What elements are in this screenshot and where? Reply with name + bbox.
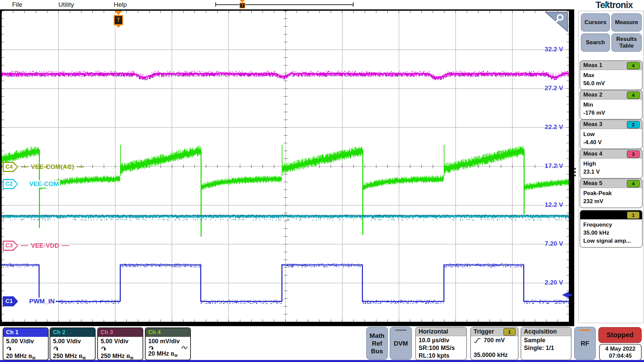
datetime-display: 4 May 2022 07:04:45 (599, 344, 642, 361)
meas-3-value: -4.40 V (583, 138, 639, 146)
probe-icon (148, 345, 154, 350)
c3-label: VEE-VDD (31, 242, 59, 249)
ch1-scale: 5.00 V/div (6, 338, 45, 345)
meas-4-source-badge: 3 (627, 150, 640, 158)
c4-badge-icon[interactable]: C4 (3, 162, 18, 172)
record-length: RL:10 kpts (419, 352, 464, 360)
horizontal-scale: 10.0 µs/div (419, 337, 464, 344)
measure-button[interactable]: Measure (611, 13, 642, 32)
meas-1-type: Max (583, 71, 639, 79)
meas-1-value: 56.0 mV (583, 79, 639, 87)
frequency-value: 35.00 kHz (583, 229, 639, 237)
ch4-badge[interactable]: Ch 4 100 mV/div 20 MHz BW (145, 327, 191, 360)
trigger-panel[interactable]: Trigger 1 700 mV 35.0000 kHz (470, 327, 519, 360)
ch1-badge[interactable]: Ch 1 5.00 V/div 20 MHz BW (3, 327, 49, 360)
rf-button[interactable]: RF (574, 327, 596, 360)
bandwidth-limit-icon: BW (29, 353, 35, 359)
horizontal-panel[interactable]: Horizontal 10.0 µs/div SR:100 MS/s RL:10… (415, 327, 467, 360)
meas-2-value: -176 mV (583, 109, 639, 117)
trigger-t-icon: T (114, 15, 123, 25)
waveform-canvas[interactable] (2, 11, 569, 322)
frequency-source-badge: 1 (627, 212, 640, 219)
c3-dash (21, 245, 28, 246)
scale-label-6: 7.20 V (523, 240, 563, 247)
channel-tag-c1[interactable]: C1 PWM_IN (3, 296, 56, 307)
dvm-button[interactable]: DVM (390, 327, 412, 360)
menu-utility[interactable]: Utility (56, 0, 76, 9)
run-stop-status[interactable]: Stopped (598, 327, 642, 343)
meas-2-type: Min (583, 101, 639, 109)
meas-3-source-badge: 2 (627, 121, 640, 128)
scale-label-4: 17.2 V (523, 162, 563, 170)
minimap-trigger-triangle-icon (239, 0, 245, 3)
trigger-level-arrow-icon[interactable] (562, 292, 569, 298)
channel-tag-c2[interactable]: C2 VEE-COM (3, 179, 60, 189)
meas-1-card[interactable]: Meas 1 4 Max 56.0 mV (580, 60, 643, 90)
c3-dash2 (62, 245, 69, 246)
meas-4-title: Meas 4 3 (580, 149, 642, 159)
panel-drag-handle[interactable] (574, 166, 577, 178)
frequency-type: Frequency (583, 221, 639, 229)
scale-label-7: 2.20 V (523, 279, 563, 286)
c1-badge-icon[interactable]: C1 (3, 296, 18, 306)
frequency-card-header: 1 (580, 210, 642, 220)
c2-label: VEE-COM (28, 180, 60, 188)
channel-tag-c4[interactable]: C4 VEE-COM(AC) (3, 162, 84, 172)
meas-4-type: High (583, 160, 639, 168)
meas-1-source-badge: 4 (627, 62, 640, 69)
ch4-badge-header: Ch 4 (146, 328, 190, 337)
cursors-button[interactable]: Cursors (581, 13, 610, 32)
channel-tag-c3[interactable]: C3 VEE-VDD (3, 240, 69, 251)
minimap-trigger-t-icon[interactable]: T (239, 3, 245, 8)
trigger-frequency: 35.0000 kHz (474, 351, 515, 359)
bandwidth-limit-icon: BW (79, 353, 86, 359)
ch2-badge[interactable]: Ch 2 ▼ 5.00 V/div 250 MHz BW (50, 327, 96, 360)
trigger-position-marker[interactable]: T (114, 11, 123, 28)
results-table-button[interactable]: Results Table (611, 34, 642, 52)
acquisition-mode: Sample (524, 337, 568, 344)
meas-5-type: Peak-Peak (583, 189, 639, 197)
trigger-level: 700 mV (484, 337, 505, 344)
meas-5-card[interactable]: Meas 5 4 Peak-Peak 232 mV (580, 178, 643, 208)
acquisition-panel[interactable]: Acquisition Sample Single: 1/1 (521, 327, 572, 360)
zoom-corner-button[interactable] (545, 11, 568, 32)
bottom-edge-strip (0, 360, 644, 362)
ch3-bandwidth: 250 MHz (101, 353, 125, 359)
scale-label-5: 12.2 V (523, 201, 563, 208)
meas-2-title: Meas 2 4 (580, 90, 642, 100)
meas-3-card[interactable]: Meas 3 2 Low -4.40 V (580, 119, 643, 149)
meas-2-source-badge: 4 (627, 92, 640, 99)
ch4-scale: 100 mV/div (148, 338, 187, 345)
ac-coupling-icon (181, 346, 187, 350)
meas-5-source-badge: 4 (627, 180, 640, 187)
search-button[interactable]: Search (581, 34, 610, 52)
menu-help[interactable]: Help (112, 0, 129, 9)
meas-2-card[interactable]: Meas 2 4 Min -176 mV (580, 90, 643, 120)
c3-badge-icon[interactable]: C3 (3, 241, 18, 251)
scale-label-3: 22.2 V (523, 123, 563, 131)
ch1-bandwidth: 20 MHz (6, 353, 27, 359)
ch2-badge-header: Ch 2 ▼ (50, 328, 95, 337)
acquisition-title: Acquisition (521, 327, 571, 336)
date: 4 May 2022 (605, 345, 636, 352)
trigger-title: Trigger 1 (471, 327, 518, 336)
math-ref-bus-button[interactable]: MathRefBus (366, 327, 388, 360)
ch3-badge[interactable]: Ch 3 5.00 V/div 250 MHz BW (97, 327, 143, 360)
c2-badge-icon[interactable]: C2 (3, 179, 18, 189)
bandwidth-limit-icon: BW (171, 351, 177, 357)
c4-label: VEE-COM(AC) (31, 163, 74, 171)
meas-4-card[interactable]: Meas 4 3 High 23.1 V (580, 149, 643, 179)
meas-3-title: Meas 3 2 (580, 120, 642, 129)
probe-icon (53, 346, 59, 351)
ch3-scale: 5.00 V/div (101, 338, 140, 345)
trigger-notch-icon (116, 25, 121, 28)
screen: File Utility Help T Tektronix 32.2 V 27.… (0, 0, 644, 362)
minimap-left-bracket (215, 2, 216, 7)
frequency-card[interactable]: 1 Frequency 35.00 kHz Low signal amp... (580, 210, 643, 248)
menu-file[interactable]: File (10, 0, 24, 9)
ch2-scale: 5.00 V/div (53, 338, 92, 345)
scope-graticule[interactable]: 32.2 V 27.2 V 22.2 V 17.2 V 12.2 V 7.20 … (2, 11, 569, 322)
time: 07:04:45 (609, 352, 632, 359)
scale-label-2: 27.2 V (523, 84, 563, 92)
meas-4-value: 23.1 V (583, 168, 639, 176)
